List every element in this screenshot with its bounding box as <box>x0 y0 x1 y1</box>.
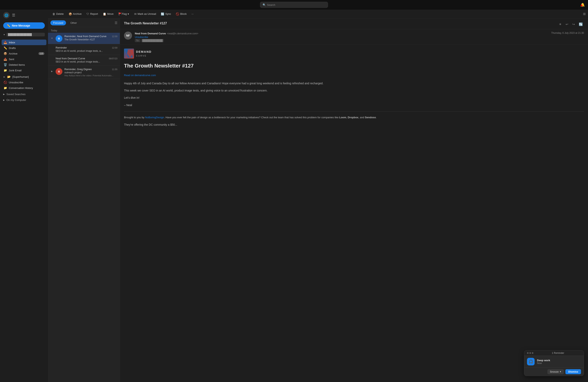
toast-title: 1 Reminder <box>535 352 581 354</box>
archive-button[interactable]: 📦 Archive <box>67 11 84 17</box>
archive-label: Archive <box>9 52 17 55</box>
archive-label: Archive <box>73 12 82 15</box>
email-subject: The Growth Newsletter #127 <box>124 21 167 25</box>
superhuman-label: [Superhuman] <box>12 75 29 78</box>
inbox-label: Inbox <box>9 41 15 44</box>
message-subject: The Growth Newsletter #127 <box>64 38 117 41</box>
more-button[interactable]: ··· <box>189 11 196 16</box>
hamburger-menu-icon[interactable]: ☰ <box>12 13 15 17</box>
flag-button[interactable]: 🚩 Flag ▼ <box>116 11 131 17</box>
toast-content: Deep work Now <box>537 359 581 365</box>
read-on-link[interactable]: Read on demandcurve.com <box>124 73 584 77</box>
message-item[interactable]: ▼ R Reminder, Neal from Demand Curve 12:… <box>48 33 120 44</box>
message-sender: Reminder, Greg Digneo <box>64 68 92 71</box>
focused-tab[interactable]: Focused <box>50 20 66 25</box>
message-subject: SEO in an AI world, product image tests.… <box>56 60 117 63</box>
notification-toast: 1 Reminder 🎧 Deep work Now Snooze ▼ Dism… <box>524 350 584 376</box>
message-subject: outreach project <box>64 71 117 74</box>
sidebar-item-conversation-history[interactable]: 📁 Conversation History <box>1 85 46 91</box>
layout-toggle-icon[interactable]: ⊞ <box>583 12 586 16</box>
to-line: To: ████████████ <box>135 39 548 42</box>
dismiss-button[interactable]: Dismiss <box>566 369 581 374</box>
message-item[interactable]: Reminder 12:00 SEO in an AI world, produ… <box>48 44 120 55</box>
sidebar-item-drafts[interactable]: ✏️ Drafts <box>1 45 46 51</box>
more-label: ··· <box>191 12 194 15</box>
body-paragraph-4: – Neal <box>124 103 584 107</box>
message-item[interactable]: ▶ R Reminder, Greg Digneo 11:55 outreach… <box>48 66 120 79</box>
expand-thread-icon[interactable]: ▶ <box>50 68 54 75</box>
snooze-button[interactable]: Snooze ▼ <box>547 369 564 374</box>
brightness-icon[interactable]: ☀ <box>558 21 563 27</box>
to-value: ████████████ <box>141 39 164 42</box>
delete-label: Delete <box>56 12 64 15</box>
expand-thread-icon[interactable]: ▼ <box>50 35 54 41</box>
account-row[interactable]: ▼ ██████████████ <box>3 32 45 37</box>
mark-as-unread-button[interactable]: ✉ Mark as Unread <box>132 11 158 17</box>
other-tab[interactable]: Other <box>68 20 80 25</box>
message-time: 11:55 <box>112 68 117 71</box>
sponsor-line: Brought to you by NoBoringDesign. Have y… <box>124 115 584 120</box>
sidebar-item-junk[interactable]: 📁 Junk Email <box>1 68 46 73</box>
toast-message-title: Deep work <box>537 359 581 362</box>
sync-icon: 🔄 <box>161 12 164 16</box>
snooze-label: Snooze <box>550 370 559 373</box>
message-row1: Reminder, Greg Digneo 11:55 <box>64 68 117 71</box>
message-row1: Reminder, Neal from Demand Curve 12:00 <box>64 35 117 38</box>
sender-name-line: Neal from Demand Curve <neal@n.demandcur… <box>135 32 548 35</box>
sidebar-item-archive[interactable]: 📦 Archive 115 <box>1 51 46 56</box>
drafts-icon: ✏️ <box>4 46 7 50</box>
undo-icon[interactable]: ↩ <box>564 21 569 27</box>
unsubscribe-label: Unsubscribe <box>9 81 23 84</box>
toast-actions: Snooze ▼ Dismiss <box>524 367 584 376</box>
sidebar-item-sent[interactable]: 📤 Sent <box>1 56 46 62</box>
email-body: DEMAND CURVE The Growth Newsletter #127 … <box>120 45 588 382</box>
move-button[interactable]: 📋 Move <box>101 11 116 17</box>
account-name: ██████████████ <box>6 33 45 36</box>
toast-dots <box>527 352 533 354</box>
filter-icon[interactable]: ☰ <box>115 21 117 25</box>
delete-button[interactable]: 🗑 Delete <box>50 11 66 17</box>
sponsor-link[interactable]: NoBoringDesign <box>145 116 164 119</box>
email-sender-info: Neal from Demand Curve <neal@n.demandcur… <box>135 32 548 42</box>
report-button[interactable]: 🛡 Report <box>84 11 100 17</box>
search-bar[interactable]: 🔍 Search <box>260 2 328 8</box>
archive-icon: 📦 <box>4 52 7 55</box>
block-icon: 🚫 <box>176 12 179 16</box>
report-icon: 🛡 <box>86 12 89 16</box>
new-message-button[interactable]: ✏️ New Message <box>3 22 45 29</box>
flag-chevron-icon: ▼ <box>127 13 129 15</box>
message-row1: Reminder 12:00 <box>56 46 117 49</box>
email-meta: NF Neal from Demand Curve <neal@n.demand… <box>120 29 588 45</box>
message-subject: SEO in an AI world, product image tests,… <box>56 50 117 52</box>
sidebar-item-inbox[interactable]: 📥 Inbox <box>1 39 46 45</box>
message-avatar: R <box>56 35 63 42</box>
globe-icon[interactable]: 🌐 <box>3 12 10 18</box>
message-item[interactable]: Neal from Demand Curve 06/07/23 SEO in a… <box>48 55 120 66</box>
content-area: Focused Other ☰ Today ▼ R <box>48 18 588 382</box>
forward-icon[interactable]: ↪️ <box>578 21 584 27</box>
junk-label: Junk Email <box>9 69 21 72</box>
reply-icon[interactable]: ↪ <box>571 21 576 27</box>
snooze-chevron-icon: ▼ <box>559 371 561 373</box>
email-logo-area: DEMAND CURVE <box>124 49 584 58</box>
nav-section: 📥 Inbox ✏️ Drafts 📦 Archive 115 📤 Sent 🗑 <box>0 39 48 91</box>
on-my-computer-header[interactable]: ▶ On my Computer <box>0 96 48 102</box>
sync-button[interactable]: 🔄 Sync <box>159 11 173 17</box>
email-divider <box>124 111 584 112</box>
toast-dot-3 <box>532 352 533 354</box>
mark-as-unread-label: Mark as Unread <box>138 12 156 15</box>
sender-email: <neal@n.demandcurve.com> <box>167 32 198 35</box>
focused-tabs: Focused Other ☰ <box>48 18 120 27</box>
sidebar-item-unsubscribe[interactable]: 🚫 Unsubscribe <box>1 79 46 85</box>
brand-name: DEMAND <box>136 49 152 54</box>
saved-searches-label: Saved Searches <box>6 93 25 96</box>
new-message-label: New Message <box>12 24 30 27</box>
sidebar-item-superhuman[interactable]: ▶ 📂 [Superhuman] <box>1 74 46 79</box>
sidebar-item-deleted[interactable]: 🗑️ Deleted Items <box>1 62 46 68</box>
saved-searches-header[interactable]: ▶ Saved Searches <box>0 91 48 96</box>
sidebar-top: 🌐 ☰ <box>0 10 48 21</box>
block-button[interactable]: 🚫 Block <box>174 11 189 17</box>
archive-badge: 115 <box>38 52 44 55</box>
body-paragraph-1: Happy 4th of July and Canada Day to all … <box>124 81 584 86</box>
unsubscribe-link[interactable]: Unsubscribe <box>135 36 148 38</box>
